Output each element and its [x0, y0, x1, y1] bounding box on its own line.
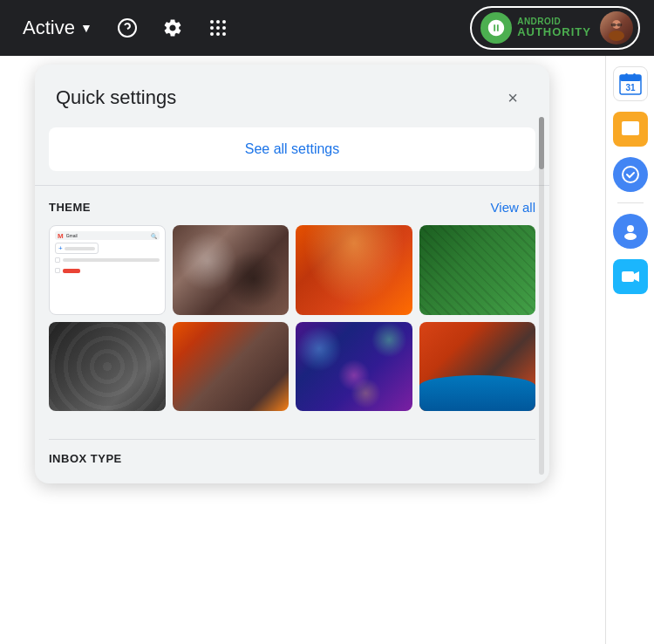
- svg-rect-28: [622, 271, 634, 282]
- svg-rect-19: [633, 73, 636, 78]
- brand-text: ANDROID AUTHORITY: [517, 17, 591, 38]
- quick-settings-title: Quick settings: [56, 86, 176, 109]
- right-sidebar: 31: [605, 56, 654, 644]
- svg-point-23: [629, 127, 631, 130]
- svg-rect-14: [617, 24, 622, 26]
- svg-point-10: [222, 32, 226, 36]
- svg-point-12: [609, 31, 624, 41]
- avatar[interactable]: [600, 11, 633, 45]
- theme-header: THEME View all: [49, 200, 535, 215]
- brand-logo: ANDROID AUTHORITY: [480, 12, 591, 44]
- sidebar-item-chat[interactable]: [613, 112, 648, 147]
- sidebar-item-tasks[interactable]: [613, 157, 648, 192]
- view-all-button[interactable]: View all: [491, 200, 535, 215]
- theme-option-chess[interactable]: [173, 225, 290, 315]
- inbox-divider: [49, 439, 535, 440]
- see-all-settings-button[interactable]: See all settings: [49, 127, 535, 171]
- settings-icon[interactable]: [153, 9, 192, 47]
- scrollbar[interactable]: [539, 117, 544, 475]
- topbar: Active ▼ ANDROID: [0, 0, 654, 56]
- svg-rect-18: [625, 73, 628, 78]
- active-label: Active: [23, 17, 75, 39]
- svg-text:31: 31: [625, 83, 636, 92]
- svg-point-6: [216, 26, 220, 30]
- svg-point-4: [222, 20, 226, 24]
- svg-point-8: [210, 32, 214, 36]
- close-icon: ×: [508, 88, 518, 108]
- svg-point-5: [210, 26, 214, 30]
- theme-section: THEME View all M Gmail 🔍 +: [35, 200, 549, 411]
- account-pill[interactable]: ANDROID AUTHORITY: [470, 6, 640, 50]
- svg-rect-17: [620, 75, 641, 81]
- see-all-settings-label: See all settings: [245, 141, 340, 156]
- chevron-down-icon: ▼: [80, 21, 92, 35]
- brand-line2: AUTHORITY: [517, 26, 591, 38]
- svg-point-25: [623, 167, 638, 182]
- theme-option-canyon[interactable]: [296, 225, 412, 315]
- svg-point-26: [627, 225, 634, 232]
- theme-option-horseshoe[interactable]: [419, 322, 536, 412]
- svg-point-2: [210, 20, 214, 24]
- inbox-type-label: INBOX TYPE: [49, 452, 122, 465]
- theme-option-gmail-default[interactable]: M Gmail 🔍 +: [49, 225, 166, 315]
- quick-settings-header: Quick settings ×: [35, 65, 549, 127]
- sidebar-item-meet[interactable]: [613, 259, 648, 294]
- help-button[interactable]: [108, 9, 146, 47]
- quick-settings-panel: Quick settings × See all settings THEME …: [35, 65, 549, 483]
- theme-label: THEME: [49, 201, 91, 214]
- svg-point-9: [216, 32, 220, 36]
- inbox-type-section: INBOX TYPE: [35, 411, 549, 466]
- theme-grid: M Gmail 🔍 +: [49, 225, 535, 411]
- sidebar-item-calendar[interactable]: 31: [613, 66, 648, 101]
- svg-point-22: [625, 127, 628, 130]
- divider: [35, 185, 549, 186]
- scrollbar-thumb[interactable]: [539, 117, 544, 169]
- sidebar-item-contacts[interactable]: [613, 214, 648, 249]
- svg-point-24: [632, 127, 635, 130]
- main-content: Quick settings × See all settings THEME …: [0, 56, 605, 644]
- close-button[interactable]: ×: [497, 82, 528, 113]
- apps-icon[interactable]: [199, 9, 237, 47]
- theme-option-autumn[interactable]: [173, 322, 290, 412]
- brand-icon: [480, 12, 512, 44]
- sidebar-divider: [617, 202, 644, 203]
- theme-option-plant[interactable]: [419, 225, 536, 315]
- theme-option-metallic[interactable]: [49, 322, 166, 412]
- svg-point-3: [216, 20, 220, 24]
- svg-rect-13: [611, 24, 616, 26]
- svg-point-27: [624, 233, 637, 240]
- avatar-image: [600, 11, 633, 45]
- theme-option-bokeh[interactable]: [296, 322, 412, 412]
- svg-point-7: [222, 26, 226, 30]
- active-button[interactable]: Active ▼: [14, 11, 101, 45]
